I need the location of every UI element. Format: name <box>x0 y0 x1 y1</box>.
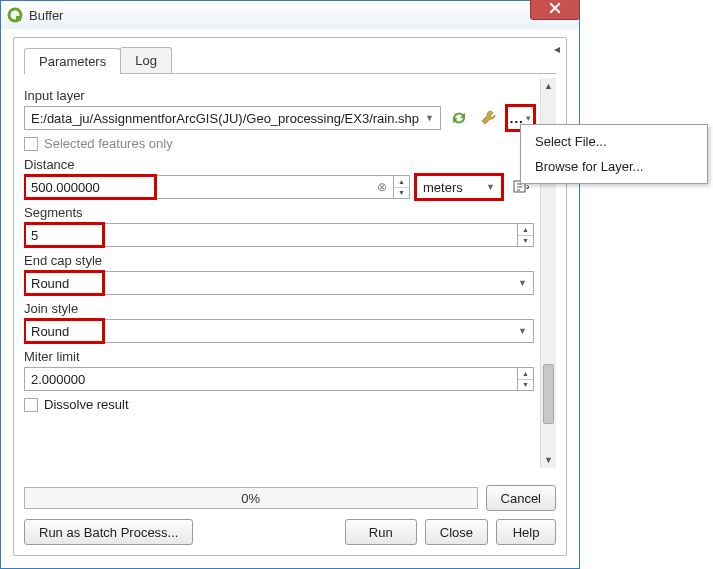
close-icon <box>549 2 561 14</box>
input-layer-label: Input layer <box>24 88 534 103</box>
chevron-down-icon: ▼ <box>394 188 409 199</box>
miter-limit-input[interactable]: 2.000000 <box>24 367 518 391</box>
form-scroll-area: Input layer E:/data_ju/AssignmentforArcG… <box>24 78 556 468</box>
selected-features-label: Selected features only <box>44 136 173 151</box>
selected-features-checkbox[interactable]: Selected features only <box>24 136 534 151</box>
dialog-footer: 0% Cancel Run as Batch Process... Run Cl… <box>24 485 556 545</box>
distance-label: Distance <box>24 157 534 172</box>
input-layer-select[interactable]: E:/data_ju/AssignmentforArcGIS(JU)/Geo_p… <box>24 106 441 130</box>
chevron-up-icon: ▲ <box>518 224 533 236</box>
miter-limit-stepper[interactable]: ▲▼ <box>518 367 534 391</box>
titlebar: Buffer <box>1 1 579 29</box>
progress-bar: 0% <box>24 487 478 509</box>
miter-limit-label: Miter limit <box>24 349 534 364</box>
close-button[interactable]: Close <box>425 519 488 545</box>
segments-stepper[interactable]: ▲▼ <box>518 223 534 247</box>
buffer-dialog: Buffer ◂ Parameters Log Input layer E:/d… <box>0 0 580 569</box>
reload-icon <box>449 109 469 127</box>
progress-text: 0% <box>241 491 260 506</box>
cancel-button[interactable]: Cancel <box>486 485 556 511</box>
dissolve-label: Dissolve result <box>44 397 129 412</box>
join-style-label: Join style <box>24 301 534 316</box>
chevron-down-icon: ▾ <box>526 113 531 123</box>
scroll-down-icon: ▼ <box>541 452 556 468</box>
tab-parameters[interactable]: Parameters <box>24 48 121 74</box>
chevron-down-icon: ▼ <box>518 326 533 336</box>
segments-input[interactable]: 5 <box>24 223 518 247</box>
tab-bar: Parameters Log <box>24 46 556 74</box>
menu-select-file[interactable]: Select File... <box>521 129 707 154</box>
segments-label: Segments <box>24 205 534 220</box>
chevron-down-icon: ▼ <box>518 236 533 247</box>
end-cap-select[interactable]: Round ▼ <box>24 271 534 295</box>
distance-input[interactable]: 500.000000 ⊗ <box>24 175 394 199</box>
chevron-down-icon: ▼ <box>518 380 533 391</box>
panel-collapse-caret-icon[interactable]: ◂ <box>554 42 560 56</box>
help-button[interactable]: Help <box>496 519 556 545</box>
distance-unit-value: meters <box>423 180 463 195</box>
distance-value: 500.000000 <box>25 176 155 198</box>
browse-context-menu: Select File... Browse for Layer... <box>520 124 708 184</box>
scroll-thumb[interactable] <box>543 364 554 424</box>
qgis-icon <box>7 7 23 23</box>
chevron-down-icon: ▼ <box>486 182 495 192</box>
end-cap-label: End cap style <box>24 253 534 268</box>
main-panel: ◂ Parameters Log Input layer E:/data_ju/… <box>13 37 567 556</box>
distance-stepper[interactable]: ▲▼ <box>394 175 410 199</box>
distance-unit-select[interactable]: meters ▼ <box>416 175 502 199</box>
input-layer-value: E:/data_ju/AssignmentforArcGIS(JU)/Geo_p… <box>31 111 419 126</box>
settings-button[interactable] <box>477 106 501 130</box>
chevron-up-icon: ▲ <box>394 176 409 188</box>
reload-layer-button[interactable] <box>447 106 471 130</box>
run-batch-button[interactable]: Run as Batch Process... <box>24 519 193 545</box>
run-button[interactable]: Run <box>345 519 417 545</box>
chevron-up-icon: ▲ <box>518 368 533 380</box>
chevron-down-icon: ▼ <box>425 113 434 123</box>
end-cap-value: Round <box>25 272 103 294</box>
svg-rect-1 <box>16 16 21 21</box>
close-window-button[interactable] <box>530 0 580 20</box>
wrench-icon <box>480 109 498 127</box>
clear-icon[interactable]: ⊗ <box>377 180 393 194</box>
window-title: Buffer <box>29 8 63 23</box>
join-style-value: Round <box>25 320 103 342</box>
menu-browse-layer[interactable]: Browse for Layer... <box>521 154 707 179</box>
chevron-down-icon: ▼ <box>518 278 533 288</box>
dissolve-checkbox[interactable]: Dissolve result <box>24 397 534 412</box>
miter-limit-value: 2.000000 <box>31 372 85 387</box>
segments-value: 5 <box>25 224 103 246</box>
tab-log[interactable]: Log <box>120 47 172 73</box>
checkbox-icon <box>24 137 38 151</box>
form: Input layer E:/data_ju/AssignmentforArcG… <box>24 78 538 418</box>
scroll-up-icon: ▲ <box>541 78 556 94</box>
checkbox-icon <box>24 398 38 412</box>
join-style-select[interactable]: Round ▼ <box>24 319 534 343</box>
